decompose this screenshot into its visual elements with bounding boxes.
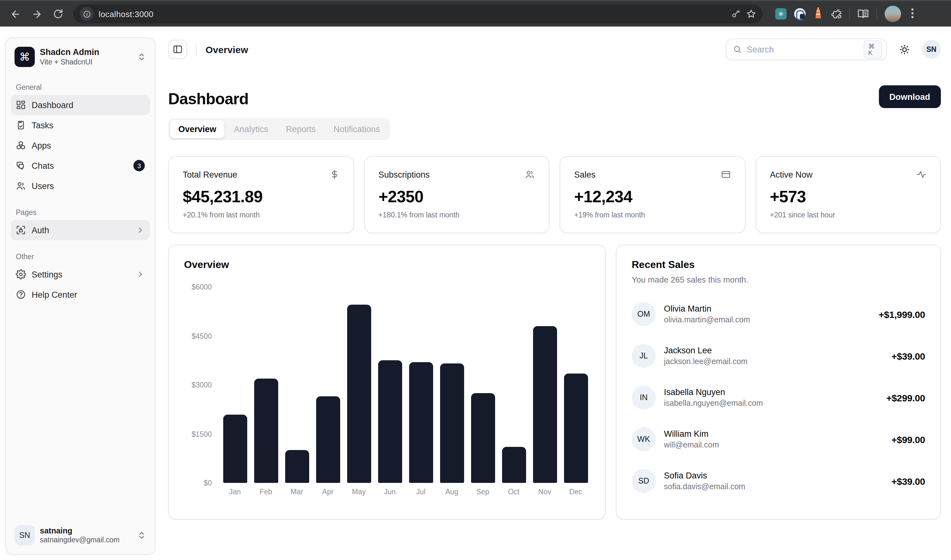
bar-feb <box>254 378 278 483</box>
bar-band <box>281 287 312 483</box>
sale-email: sofia.davis@email.com <box>664 482 745 491</box>
overview-chart-card: Overview $6000$4500$3000$1500$0 JanFebMa… <box>168 245 606 520</box>
sale-email: will@email.com <box>664 440 719 449</box>
extension-password-icon[interactable] <box>794 8 806 20</box>
sidebar-item-label: Chats <box>32 161 128 170</box>
x-tick-label: Mar <box>281 488 312 495</box>
tab-overview[interactable]: Overview <box>170 120 225 138</box>
site-info-icon[interactable] <box>80 7 94 21</box>
address-bar[interactable]: localhost:3000 <box>73 5 763 23</box>
breadcrumb: Overview <box>205 44 248 55</box>
extension-lighthouse-icon[interactable] <box>813 7 823 21</box>
bar-sep <box>471 393 495 483</box>
profile-avatar-button[interactable]: SN <box>922 40 941 59</box>
url-text: localhost:3000 <box>99 9 726 18</box>
bar-aug <box>440 364 464 483</box>
dollar-icon <box>329 169 339 180</box>
bar-band <box>467 287 498 483</box>
x-tick-label: Oct <box>498 488 529 495</box>
sale-avatar: IN <box>632 386 656 409</box>
bar-dec <box>564 374 588 483</box>
browser-toolbar: localhost:3000 ✳ <box>0 0 951 26</box>
bar-band <box>375 287 405 483</box>
x-tick-label: May <box>343 488 375 495</box>
x-tick-label: Jun <box>375 488 405 495</box>
user-email: satnaingdev@gmail.com <box>40 536 132 544</box>
puzzle-icon[interactable] <box>831 9 842 19</box>
sidebar-item-chats[interactable]: Chats3 <box>11 155 150 176</box>
x-tick-label: Jul <box>405 488 436 495</box>
bar-apr <box>316 396 340 483</box>
sidebar-toggle-button[interactable] <box>168 40 187 59</box>
bar-band <box>436 287 467 483</box>
sidebar-item-users[interactable]: Users <box>11 176 150 196</box>
theme-toggle-button[interactable] <box>895 40 914 59</box>
bar-chart: $6000$4500$3000$1500$0 <box>184 287 590 483</box>
chart-title: Overview <box>184 259 590 271</box>
recent-sales-list: OMOlivia Martinolivia.martin@email.com+$… <box>632 302 925 493</box>
reading-list-icon[interactable] <box>857 8 869 20</box>
forward-arrow-icon[interactable] <box>28 5 46 23</box>
sidebar-item-dashboard[interactable]: Dashboard <box>11 95 150 115</box>
bar-band <box>312 287 343 483</box>
sidebar-item-label: Users <box>32 181 145 191</box>
sale-email: isabella.nguyen@email.com <box>664 399 763 408</box>
sale-amount: +$299.00 <box>886 392 925 403</box>
stat-title: Sales <box>574 170 596 179</box>
tab-notifications[interactable]: Notifications <box>325 120 388 138</box>
stat-cards-row: Total Revenue$45,231.89+20.1% from last … <box>168 156 941 233</box>
extensions-area: ✳ <box>775 6 916 22</box>
chats-badge: 3 <box>133 160 145 171</box>
search-input[interactable] <box>747 45 859 54</box>
key-icon[interactable] <box>731 9 741 19</box>
settings-icon <box>16 269 26 279</box>
stat-value: +12,234 <box>574 187 731 207</box>
sale-name: Olivia Martin <box>664 304 750 314</box>
download-button[interactable]: Download <box>879 85 941 108</box>
y-tick-label: $1500 <box>191 430 212 438</box>
toolbar-divider <box>876 8 877 20</box>
bar-band <box>219 287 250 483</box>
users-icon <box>525 169 535 180</box>
back-arrow-icon[interactable] <box>6 5 24 23</box>
reload-icon[interactable] <box>49 5 67 23</box>
user-avatar: SN <box>15 525 35 545</box>
bookmark-star-icon[interactable] <box>746 9 756 19</box>
team-name: Shadcn Admin <box>40 48 132 57</box>
recent-sales-title: Recent Sales <box>632 259 925 271</box>
stat-card-subscriptions: Subscriptions+2350+180.1% from last mont… <box>364 156 549 233</box>
help-icon <box>16 289 26 300</box>
stat-value: +573 <box>770 187 926 207</box>
stat-value: $45,231.89 <box>183 187 339 207</box>
x-tick-label: Jan <box>219 488 250 495</box>
sidebar-item-label: Dashboard <box>32 100 145 110</box>
sidebar-group-label: General <box>11 80 150 95</box>
chevrons-up-down-icon <box>137 52 146 61</box>
y-tick-label: $4500 <box>191 332 212 340</box>
chart-x-axis: JanFebMarAprMayJunJulAugSepOctNovDec <box>219 488 591 495</box>
sidebar-item-help-center[interactable]: Help Center <box>11 285 150 305</box>
sidebar-item-label: Help Center <box>32 290 145 299</box>
bar-band <box>560 287 591 483</box>
sidebar-item-settings[interactable]: Settings <box>11 264 150 285</box>
auth-icon <box>16 225 26 235</box>
search-box[interactable]: ⌘ K <box>726 38 886 60</box>
sidebar-user-menu[interactable]: SN satnaing satnaingdev@gmail.com <box>11 522 150 549</box>
team-switcher[interactable]: ⌘ Shadcn Admin Vite + ShadcnUI <box>11 43 150 71</box>
browser-menu-icon[interactable] <box>909 7 916 20</box>
toolbar-divider <box>849 8 850 20</box>
tab-reports[interactable]: Reports <box>277 120 324 138</box>
sidebar-item-tasks[interactable]: Tasks <box>11 115 150 135</box>
sidebar-item-apps[interactable]: Apps <box>11 135 150 155</box>
stat-note: +19% from last month <box>574 211 731 219</box>
bar-jun <box>378 361 402 483</box>
sale-amount: +$99.00 <box>892 434 925 445</box>
sidebar-group-label: Pages <box>11 205 150 220</box>
bar-band <box>529 287 560 483</box>
recent-sale-row: OMOlivia Martinolivia.martin@email.com+$… <box>632 302 925 326</box>
extension-teal-icon[interactable]: ✳ <box>775 8 787 20</box>
tab-analytics[interactable]: Analytics <box>226 120 276 138</box>
sidebar-item-auth[interactable]: Auth <box>11 220 150 240</box>
browser-profile-avatar[interactable] <box>885 6 901 22</box>
chevrons-up-down-icon <box>137 531 146 540</box>
